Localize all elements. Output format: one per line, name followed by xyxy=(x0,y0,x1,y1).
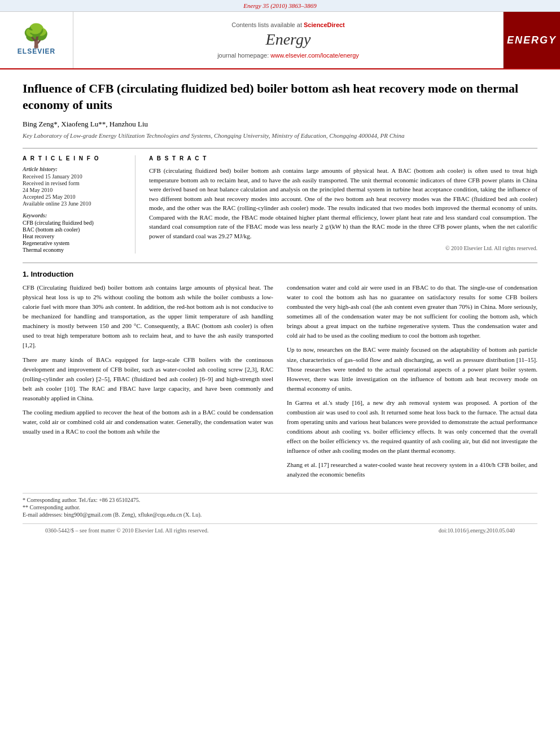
body-para-2: There are many kinds of BACs equipped fo… xyxy=(23,355,273,403)
bottom-bar: 0360-5442/$ – see front matter © 2010 El… xyxy=(23,523,537,537)
available-online: Available online 23 June 2010 xyxy=(23,200,126,207)
homepage-prefix: journal homepage: xyxy=(217,52,270,59)
copyright: © 2010 Elsevier Ltd. All rights reserved… xyxy=(149,244,537,252)
keyword-4: Regenerative system xyxy=(23,240,126,246)
section1-title: 1. Introduction xyxy=(23,270,537,278)
body-text-left: CFB (Circulating fluidized bed) boiler b… xyxy=(23,283,273,436)
body-divider xyxy=(23,263,537,263)
journal-name: Energy xyxy=(266,30,311,49)
abstract-paragraph: CFB (circulating fluidized bed) boiler b… xyxy=(149,166,537,241)
article-meta-section: A R T I C L E I N F O Article history: R… xyxy=(23,148,537,254)
keyword-1: CFB (circulating fluidized bed) xyxy=(23,220,126,226)
journal-header: 🌳 ELSEVIER Contents lists available at S… xyxy=(0,12,560,69)
body-text-right: condensation water and cold air were use… xyxy=(287,283,537,479)
article-title: Influence of CFB (circulating fluidized … xyxy=(23,81,537,113)
body-para-7: Zhang et al. [17] researched a water-coo… xyxy=(287,460,537,479)
revised-date: 24 May 2010 xyxy=(23,187,126,193)
elsevier-logo: 🌳 ELSEVIER xyxy=(18,25,55,55)
keyword-2: BAC (bottom ash cooler) xyxy=(23,226,126,233)
footnote-1: * Corresponding author. Tel./fax: +86 23… xyxy=(23,497,537,503)
citation-text: Energy 35 (2010) 3863–3869 xyxy=(243,2,316,9)
accepted-date: Accepted 25 May 2010 xyxy=(23,194,126,200)
keywords-section: Keywords: CFB (circulating fluidized bed… xyxy=(23,212,126,253)
authors: Bing Zeng*, Xiaofeng Lu**, Hanzhou Liu xyxy=(23,120,537,129)
sciencedirect-link[interactable]: ScienceDirect xyxy=(304,21,345,28)
body-para-3: The cooling medium applied to recover th… xyxy=(23,408,273,436)
body-col-left: CFB (Circulating fluidized bed) boiler b… xyxy=(23,283,273,484)
article-info-col: A R T I C L E I N F O Article history: R… xyxy=(23,155,135,254)
energy-logo: ENERGY xyxy=(504,12,560,68)
issn-line: 0360-5442/$ – see front matter © 2010 El… xyxy=(45,527,208,534)
history-label: Article history: xyxy=(23,166,126,172)
sciencedirect-prefix: Contents lists available at xyxy=(231,21,304,28)
affiliation: Key Laboratory of Low-grade Energy Utili… xyxy=(23,132,537,139)
journal-homepage: journal homepage: www.elsevier.com/locat… xyxy=(217,52,359,59)
elsevier-text: ELSEVIER xyxy=(18,47,55,55)
footnote-2: ** Corresponding author. xyxy=(23,504,537,510)
tree-icon: 🌳 xyxy=(18,25,55,47)
body-para-6: In Garrea et al.'s study [16], a new dry… xyxy=(287,398,537,456)
doi-line: doi:10.1016/j.energy.2010.05.040 xyxy=(439,527,515,534)
body-para-1: CFB (Circulating fluidized bed) boiler b… xyxy=(23,283,273,350)
article-content: Influence of CFB (circulating fluidized … xyxy=(0,69,560,548)
body-col-right: condensation water and cold air were use… xyxy=(287,283,537,484)
journal-citation: Energy 35 (2010) 3863–3869 xyxy=(0,0,560,12)
footnotes: * Corresponding author. Tel./fax: +86 23… xyxy=(23,493,537,518)
body-para-5: Up to now, researches on the BAC were ma… xyxy=(287,345,537,393)
abstract-col: A B S T R A C T CFB (circulating fluidiz… xyxy=(149,155,537,254)
energy-logo-text: ENERGY xyxy=(507,34,557,46)
body-columns: CFB (Circulating fluidized bed) boiler b… xyxy=(23,283,537,484)
received-date: Received 15 January 2010 xyxy=(23,173,126,180)
sciencedirect-line: Contents lists available at ScienceDirec… xyxy=(231,21,345,28)
page: Energy 35 (2010) 3863–3869 🌳 ELSEVIER Co… xyxy=(0,0,560,747)
keywords-label: Keywords: xyxy=(23,212,126,219)
abstract-heading: A B S T R A C T xyxy=(149,155,537,161)
abstract-text: CFB (circulating fluidized bed) boiler b… xyxy=(149,166,537,252)
received-revised-label: Received in revised form xyxy=(23,180,126,186)
keyword-5: Thermal economy xyxy=(23,247,126,253)
keyword-3: Heat recovery xyxy=(23,233,126,239)
footnote-3: E-mail addresses: bing900@gmail.com (B. … xyxy=(23,512,537,518)
homepage-url[interactable]: www.elsevier.com/locate/energy xyxy=(270,52,359,59)
journal-center: Contents lists available at ScienceDirec… xyxy=(73,12,504,68)
body-para-4: condensation water and cold air were use… xyxy=(287,283,537,340)
elsevier-logo-container: 🌳 ELSEVIER xyxy=(0,12,73,68)
article-info-heading: A R T I C L E I N F O xyxy=(23,155,126,161)
